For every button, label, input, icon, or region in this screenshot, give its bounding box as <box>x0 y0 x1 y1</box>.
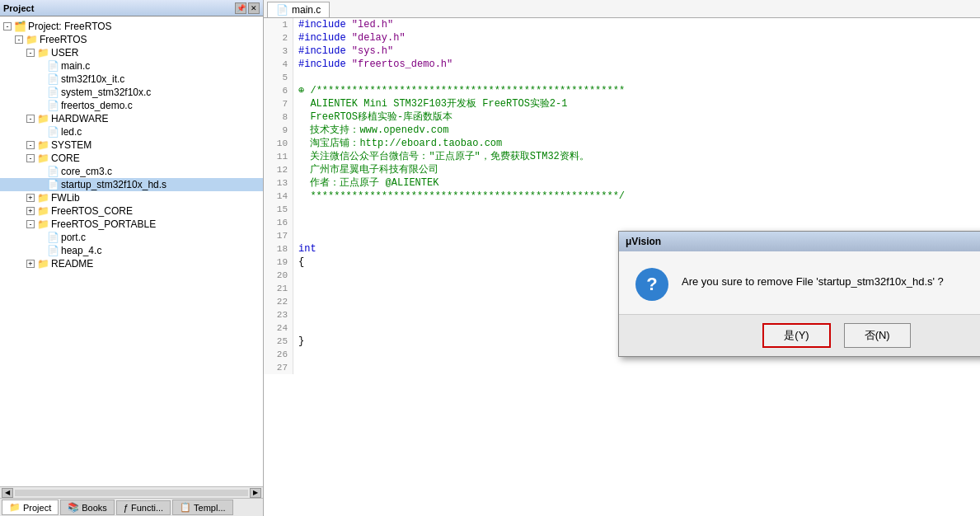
file-icon-led-c: 📄 <box>46 126 59 138</box>
tree-label-root: Project: FreeRTOS <box>28 21 112 32</box>
panel-title-icons: 📌 ✕ <box>235 2 260 14</box>
line-num-20: 20 <box>264 269 293 282</box>
books-tab-label: Books <box>82 503 107 513</box>
line-num-21: 21 <box>264 282 293 295</box>
tree-item-system-stm32[interactable]: 📄 system_stm32f10x.c <box>0 86 263 99</box>
tree-item-port-c[interactable]: 📄 port.c <box>0 231 263 244</box>
tree-label-system-stm32: system_stm32f10x.c <box>61 87 151 98</box>
tree-item-freertos-core[interactable]: + 📁 FreeRTOS_CORE <box>0 204 263 218</box>
tab-project[interactable]: 📁 Project <box>2 500 59 515</box>
tree-item-startup[interactable]: 📄 startup_stm32f10x_hd.s <box>0 178 263 191</box>
project-tree: - 🗂️ Project: FreeRTOS - 📁 FreeRTOS - 📁 … <box>0 16 263 486</box>
project-icon: 🗂️ <box>13 21 26 32</box>
tree-item-fwlib[interactable]: + 📁 FWLib <box>0 191 263 204</box>
line-num-18: 18 <box>264 242 293 256</box>
tree-label-hardware: HARDWARE <box>51 113 109 124</box>
file-icon-system-stm32: 📄 <box>46 87 59 98</box>
code-line-4: 4 #include "freertos_demo.h" <box>264 58 980 71</box>
expand-readme[interactable]: + <box>26 260 35 268</box>
dialog-footer: 是(Y) 否(N) <box>619 314 980 356</box>
tree-item-stm32-it[interactable]: 📄 stm32f10x_it.c <box>0 73 263 86</box>
expand-user[interactable]: - <box>26 49 35 57</box>
line-content-12: 广州市星翼电子科技有限公司 <box>293 163 438 176</box>
tree-item-system[interactable]: - 📁 SYSTEM <box>0 138 263 152</box>
tree-label-startup: startup_stm32f10x_hd.s <box>61 179 166 190</box>
panel-scrollbar: ◀ ▶ <box>0 486 263 498</box>
scroll-right-arrow[interactable]: ▶ <box>250 488 261 498</box>
templ-tab-icon: 📋 <box>180 502 191 513</box>
expand-root[interactable]: - <box>3 22 12 30</box>
tree-item-user[interactable]: - 📁 USER <box>0 46 263 59</box>
code-line-8: 8 FreeRTOS移植实验-库函数版本 <box>264 110 980 124</box>
file-icon-stm32-it: 📄 <box>46 73 59 85</box>
folder-icon-user: 📁 <box>36 47 49 59</box>
expand-core[interactable]: - <box>26 154 35 162</box>
file-icon-core-cm3: 📄 <box>46 166 59 177</box>
tree-label-system: SYSTEM <box>51 139 91 151</box>
scroll-left-arrow[interactable]: ◀ <box>2 488 13 498</box>
tree-item-freertos[interactable]: - 📁 FreeRTOS <box>0 33 263 46</box>
line-content-21 <box>293 282 298 295</box>
expand-freertos[interactable]: - <box>15 35 23 44</box>
folder-icon-freertos-core: 📁 <box>36 205 49 217</box>
line-num-11: 11 <box>264 150 293 163</box>
line-content-1: #include "led.h" <box>293 18 393 31</box>
file-icon-freertos-demo: 📄 <box>46 100 59 111</box>
dialog-yes-button[interactable]: 是(Y) <box>762 323 830 348</box>
tree-item-led-c[interactable]: 📄 led.c <box>0 125 263 138</box>
tree-item-heap-4[interactable]: 📄 heap_4.c <box>0 244 263 257</box>
tab-main-c[interactable]: 📄 main.c <box>267 2 330 17</box>
file-icon-heap-4: 📄 <box>46 245 59 256</box>
tree-label-heap-4: heap_4.c <box>61 245 101 256</box>
tree-item-root[interactable]: - 🗂️ Project: FreeRTOS <box>0 20 263 33</box>
dialog-body: ? Are you sure to remove File 'startup_s… <box>619 251 980 314</box>
code-line-10: 10 淘宝店铺：http://eboard.taobao.com <box>264 137 980 150</box>
tree-item-main-c[interactable]: 📄 main.c <box>0 59 263 73</box>
dialog-title: μVision <box>626 236 661 247</box>
tree-item-hardware[interactable]: - 📁 HARDWARE <box>0 112 263 125</box>
line-num-23: 23 <box>264 308 293 321</box>
line-content-9: 技术支持：www.openedv.com <box>293 124 448 137</box>
line-content-22 <box>293 295 298 308</box>
expand-hardware[interactable]: - <box>26 115 35 123</box>
code-line-9: 9 技术支持：www.openedv.com <box>264 124 980 137</box>
tab-functi[interactable]: ƒ Functi... <box>116 500 171 515</box>
tree-label-core: CORE <box>51 152 80 164</box>
tab-books[interactable]: 📚 Books <box>60 500 115 515</box>
dialog-message: Are you sure to remove File 'startup_stm… <box>682 268 980 289</box>
functi-tab-label: Functi... <box>131 503 163 513</box>
code-line-11: 11 关注微信公众平台微信号："正点原子"，免费获取STM32资料。 <box>264 150 980 163</box>
dialog-no-button[interactable]: 否(N) <box>844 323 911 348</box>
line-content-8: FreeRTOS移植实验-库函数版本 <box>293 110 452 124</box>
code-line-3: 3 #include "sys.h" <box>264 45 980 58</box>
line-num-22: 22 <box>264 295 293 308</box>
expand-freertos-core[interactable]: + <box>26 207 35 215</box>
tree-item-freertos-demo[interactable]: 📄 freertos_demo.c <box>0 99 263 112</box>
line-num-12: 12 <box>264 163 293 176</box>
line-content-18: int <box>293 242 317 256</box>
line-num-6: 6 <box>264 84 293 97</box>
line-content-23 <box>293 308 298 321</box>
tree-item-readme[interactable]: + 📁 README <box>0 257 263 270</box>
tree-item-core[interactable]: - 📁 CORE <box>0 152 263 165</box>
expand-system[interactable]: - <box>26 141 35 149</box>
line-content-2: #include "delay.h" <box>293 31 406 45</box>
line-num-10: 10 <box>264 137 293 150</box>
pin-icon[interactable]: 📌 <box>235 2 246 14</box>
line-num-16: 16 <box>264 216 293 229</box>
line-num-26: 26 <box>264 348 293 361</box>
tree-item-freertos-portable[interactable]: - 📁 FreeRTOS_PORTABLE <box>0 218 263 231</box>
folder-icon-fwlib: 📁 <box>36 192 49 204</box>
tab-templ[interactable]: 📋 Templ... <box>172 500 233 515</box>
expand-fwlib[interactable]: + <box>26 194 35 202</box>
scroll-track[interactable] <box>15 490 248 496</box>
line-content-24 <box>293 321 298 335</box>
tab-bar: 📄 main.c <box>264 0 980 18</box>
right-panel: 📄 main.c 1 #include "led.h" 2 #include "… <box>264 0 980 516</box>
line-num-4: 4 <box>264 58 293 71</box>
code-line-5: 5 <box>264 71 980 84</box>
tree-item-core-cm3[interactable]: 📄 core_cm3.c <box>0 165 263 178</box>
line-content-13: 作者：正点原子 @ALIENTEK <box>293 176 438 190</box>
expand-freertos-portable[interactable]: - <box>26 220 35 228</box>
close-panel-icon[interactable]: ✕ <box>248 2 260 14</box>
